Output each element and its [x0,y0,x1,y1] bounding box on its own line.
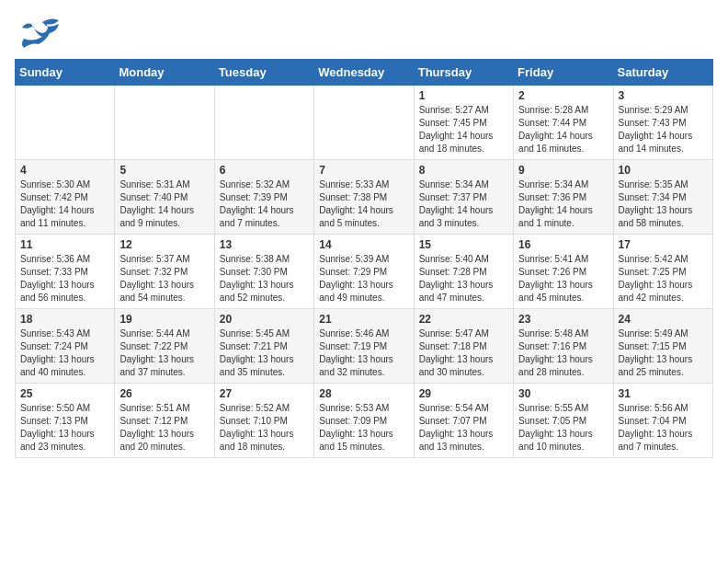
day-info: Sunrise: 5:50 AM Sunset: 7:13 PM Dayligh… [20,402,109,454]
day-cell-11: 11Sunrise: 5:36 AM Sunset: 7:33 PM Dayli… [16,235,115,309]
weekday-header-thursday: Thursday [414,60,513,86]
day-number: 14 [319,238,408,251]
weekday-header-sunday: Sunday [16,60,115,86]
calendar-table: SundayMondayTuesdayWednesdayThursdayFrid… [15,59,713,458]
day-info: Sunrise: 5:29 AM Sunset: 7:43 PM Dayligh… [619,104,708,155]
day-info: Sunrise: 5:54 AM Sunset: 7:07 PM Dayligh… [419,402,508,454]
day-info: Sunrise: 5:53 AM Sunset: 7:09 PM Dayligh… [319,402,408,454]
day-cell-10: 10Sunrise: 5:35 AM Sunset: 7:34 PM Dayli… [613,160,712,235]
day-number: 22 [419,313,508,326]
empty-cell [214,86,313,160]
day-info: Sunrise: 5:40 AM Sunset: 7:28 PM Dayligh… [419,253,508,304]
day-cell-16: 16Sunrise: 5:41 AM Sunset: 7:26 PM Dayli… [514,235,613,309]
day-info: Sunrise: 5:44 AM Sunset: 7:22 PM Dayligh… [119,327,209,379]
day-number: 19 [119,313,209,326]
day-number: 27 [220,387,309,400]
day-number: 10 [619,164,708,177]
day-number: 6 [220,164,309,177]
week-row-3: 11Sunrise: 5:36 AM Sunset: 7:33 PM Dayli… [16,235,713,309]
day-info: Sunrise: 5:43 AM Sunset: 7:24 PM Dayligh… [20,327,109,379]
weekday-header-tuesday: Tuesday [214,60,313,86]
day-info: Sunrise: 5:33 AM Sunset: 7:38 PM Dayligh… [319,178,408,230]
day-info: Sunrise: 5:49 AM Sunset: 7:15 PM Dayligh… [619,327,708,379]
day-number: 9 [518,164,608,177]
day-info: Sunrise: 5:56 AM Sunset: 7:04 PM Dayligh… [619,402,708,454]
day-info: Sunrise: 5:47 AM Sunset: 7:18 PM Dayligh… [419,327,508,379]
day-number: 12 [119,238,209,251]
day-cell-27: 27Sunrise: 5:52 AM Sunset: 7:10 PM Dayli… [214,384,313,458]
day-number: 26 [119,387,209,400]
day-number: 24 [619,313,708,326]
logo-icon [15,15,61,52]
day-number: 30 [518,387,608,400]
day-cell-14: 14Sunrise: 5:39 AM Sunset: 7:29 PM Dayli… [314,235,414,309]
day-number: 13 [220,238,309,251]
day-number: 21 [319,313,408,326]
day-cell-1: 1Sunrise: 5:27 AM Sunset: 7:45 PM Daylig… [414,86,513,160]
day-info: Sunrise: 5:27 AM Sunset: 7:45 PM Dayligh… [419,104,508,155]
day-number: 2 [518,89,608,102]
day-cell-22: 22Sunrise: 5:47 AM Sunset: 7:18 PM Dayli… [414,309,513,384]
day-cell-31: 31Sunrise: 5:56 AM Sunset: 7:04 PM Dayli… [613,384,712,458]
day-cell-21: 21Sunrise: 5:46 AM Sunset: 7:19 PM Dayli… [314,309,414,384]
day-info: Sunrise: 5:46 AM Sunset: 7:19 PM Dayligh… [319,327,408,379]
day-cell-8: 8Sunrise: 5:34 AM Sunset: 7:37 PM Daylig… [414,160,513,235]
page-header [15,15,713,52]
day-info: Sunrise: 5:52 AM Sunset: 7:10 PM Dayligh… [220,402,309,454]
day-info: Sunrise: 5:37 AM Sunset: 7:32 PM Dayligh… [119,253,209,304]
empty-cell [314,86,414,160]
day-info: Sunrise: 5:35 AM Sunset: 7:34 PM Dayligh… [619,178,708,230]
day-number: 3 [619,89,708,102]
day-number: 11 [20,238,109,251]
day-cell-23: 23Sunrise: 5:48 AM Sunset: 7:16 PM Dayli… [514,309,613,384]
week-row-5: 25Sunrise: 5:50 AM Sunset: 7:13 PM Dayli… [16,384,713,458]
day-number: 4 [20,164,109,177]
day-cell-29: 29Sunrise: 5:54 AM Sunset: 7:07 PM Dayli… [414,384,513,458]
week-row-1: 1Sunrise: 5:27 AM Sunset: 7:45 PM Daylig… [16,86,713,160]
day-cell-4: 4Sunrise: 5:30 AM Sunset: 7:42 PM Daylig… [16,160,115,235]
day-cell-15: 15Sunrise: 5:40 AM Sunset: 7:28 PM Dayli… [414,235,513,309]
day-info: Sunrise: 5:34 AM Sunset: 7:36 PM Dayligh… [518,178,608,230]
day-number: 16 [518,238,608,251]
day-cell-18: 18Sunrise: 5:43 AM Sunset: 7:24 PM Dayli… [16,309,115,384]
day-info: Sunrise: 5:41 AM Sunset: 7:26 PM Dayligh… [518,253,608,304]
day-number: 23 [518,313,608,326]
day-info: Sunrise: 5:55 AM Sunset: 7:05 PM Dayligh… [518,402,608,454]
day-cell-25: 25Sunrise: 5:50 AM Sunset: 7:13 PM Dayli… [16,384,115,458]
day-cell-12: 12Sunrise: 5:37 AM Sunset: 7:32 PM Dayli… [115,235,214,309]
week-row-4: 18Sunrise: 5:43 AM Sunset: 7:24 PM Dayli… [16,309,713,384]
day-number: 18 [20,313,109,326]
day-info: Sunrise: 5:32 AM Sunset: 7:39 PM Dayligh… [220,178,309,230]
day-number: 7 [319,164,408,177]
weekday-header-monday: Monday [115,60,214,86]
week-row-2: 4Sunrise: 5:30 AM Sunset: 7:42 PM Daylig… [16,160,713,235]
day-info: Sunrise: 5:34 AM Sunset: 7:37 PM Dayligh… [419,178,508,230]
day-cell-5: 5Sunrise: 5:31 AM Sunset: 7:40 PM Daylig… [115,160,214,235]
weekday-header-wednesday: Wednesday [314,60,414,86]
day-info: Sunrise: 5:45 AM Sunset: 7:21 PM Dayligh… [220,327,309,379]
day-cell-24: 24Sunrise: 5:49 AM Sunset: 7:15 PM Dayli… [613,309,712,384]
day-cell-20: 20Sunrise: 5:45 AM Sunset: 7:21 PM Dayli… [214,309,313,384]
day-number: 20 [220,313,309,326]
weekday-header-row: SundayMondayTuesdayWednesdayThursdayFrid… [16,60,713,86]
day-info: Sunrise: 5:30 AM Sunset: 7:42 PM Dayligh… [20,178,109,230]
day-number: 28 [319,387,408,400]
weekday-header-saturday: Saturday [613,60,712,86]
empty-cell [16,86,115,160]
day-cell-26: 26Sunrise: 5:51 AM Sunset: 7:12 PM Dayli… [115,384,214,458]
day-cell-2: 2Sunrise: 5:28 AM Sunset: 7:44 PM Daylig… [514,86,613,160]
day-number: 1 [419,89,508,102]
day-number: 15 [419,238,508,251]
day-info: Sunrise: 5:31 AM Sunset: 7:40 PM Dayligh… [119,178,209,230]
day-cell-9: 9Sunrise: 5:34 AM Sunset: 7:36 PM Daylig… [514,160,613,235]
day-number: 29 [419,387,508,400]
day-info: Sunrise: 5:36 AM Sunset: 7:33 PM Dayligh… [20,253,109,304]
day-cell-17: 17Sunrise: 5:42 AM Sunset: 7:25 PM Dayli… [613,235,712,309]
empty-cell [115,86,214,160]
weekday-header-friday: Friday [514,60,613,86]
logo [15,15,64,52]
day-cell-19: 19Sunrise: 5:44 AM Sunset: 7:22 PM Dayli… [115,309,214,384]
day-number: 31 [619,387,708,400]
day-info: Sunrise: 5:28 AM Sunset: 7:44 PM Dayligh… [518,104,608,155]
day-number: 5 [119,164,209,177]
